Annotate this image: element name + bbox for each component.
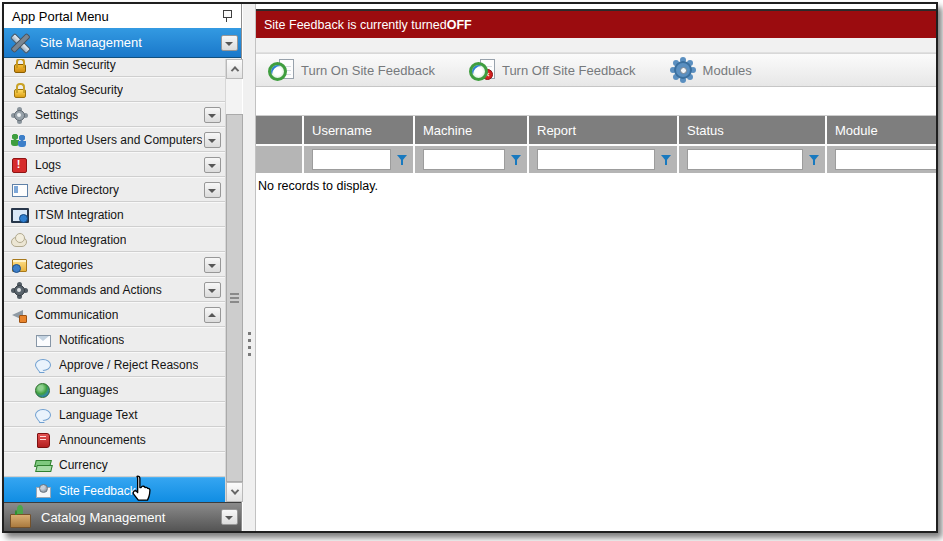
column-header-module[interactable]: Module bbox=[827, 116, 936, 144]
filter-cell-blank bbox=[256, 144, 304, 173]
folder-icon bbox=[10, 256, 28, 273]
chevron-down-icon[interactable] bbox=[221, 35, 238, 51]
cloud-icon bbox=[10, 231, 28, 248]
filter-input-status[interactable] bbox=[687, 149, 803, 170]
section-label: Site Management bbox=[40, 35, 142, 50]
filter-cell-machine bbox=[415, 144, 529, 173]
sidebar-item-label: Admin Security bbox=[35, 59, 116, 72]
filter-cell-status bbox=[679, 144, 827, 173]
sidebar-item-currency[interactable]: Currency bbox=[4, 452, 225, 477]
banner-state: OFF bbox=[447, 18, 472, 32]
clock-on-icon bbox=[268, 58, 295, 82]
tools-icon bbox=[8, 30, 34, 56]
lock-icon bbox=[10, 81, 28, 98]
filter-input-module[interactable] bbox=[835, 149, 936, 170]
sidebar-item-itsm-integration[interactable]: ITSM Integration bbox=[4, 202, 225, 227]
column-header-blank bbox=[256, 116, 304, 144]
column-header-report[interactable]: Report bbox=[529, 116, 679, 144]
column-header-machine[interactable]: Machine bbox=[415, 116, 529, 144]
sidebar-item-site-feedback[interactable]: Site Feedback bbox=[4, 477, 225, 502]
screen: App Portal Menu Site Management Admin Se… bbox=[0, 0, 943, 541]
sidebar-section-site-management[interactable]: Site Management bbox=[4, 28, 241, 58]
chevron-icon[interactable] bbox=[204, 282, 221, 298]
sidebar-item-label: Categories bbox=[35, 258, 93, 272]
sidebar-item-label: Cloud Integration bbox=[35, 233, 126, 247]
lock2-icon bbox=[10, 59, 28, 73]
sidebar-item-approve-reject-reasons[interactable]: Approve / Reject Reasons bbox=[4, 352, 225, 377]
scroll-down-button[interactable] bbox=[226, 482, 243, 502]
chevron-icon[interactable] bbox=[204, 132, 221, 148]
sidebar-scrollbar[interactable] bbox=[225, 59, 242, 502]
gear-blue-icon bbox=[670, 58, 697, 82]
scroll-up-button[interactable] bbox=[226, 59, 243, 79]
sidebar: App Portal Menu Site Management Admin Se… bbox=[4, 4, 242, 531]
chevron-icon[interactable] bbox=[204, 157, 221, 173]
sidebar-item-categories[interactable]: Categories bbox=[4, 252, 225, 277]
filter-input-report[interactable] bbox=[537, 149, 655, 170]
modules-button[interactable]: Modules bbox=[666, 56, 756, 84]
sidebar-item-label: ITSM Integration bbox=[35, 208, 124, 222]
sidebar-item-announcements[interactable]: Announcements bbox=[4, 427, 225, 452]
filter-cell-username bbox=[304, 144, 415, 173]
filter-funnel-icon[interactable] bbox=[510, 153, 523, 167]
sidebar-title: App Portal Menu bbox=[12, 9, 109, 24]
filter-funnel-icon[interactable] bbox=[660, 153, 673, 167]
scrollbar-thumb[interactable] bbox=[226, 114, 243, 482]
red-x-badge-icon: × bbox=[482, 69, 493, 80]
sidebar-item-commands-and-actions[interactable]: Commands and Actions bbox=[4, 277, 225, 302]
sidebar-item-languages[interactable]: Languages bbox=[4, 377, 225, 402]
column-header-status[interactable]: Status bbox=[679, 116, 827, 144]
filter-input-machine[interactable] bbox=[423, 149, 505, 170]
envelope-icon bbox=[34, 331, 52, 348]
main-panel: Site Feedback is currently turned OFF Tu… bbox=[256, 4, 936, 531]
banner-gap bbox=[256, 38, 936, 53]
package-box-icon bbox=[8, 504, 34, 530]
panel-splitter[interactable] bbox=[243, 4, 256, 531]
chevron-icon[interactable] bbox=[204, 182, 221, 198]
filter-input-username[interactable] bbox=[312, 149, 391, 170]
book-icon bbox=[34, 431, 52, 448]
thumb-grip-icon bbox=[230, 297, 239, 299]
gear-icon bbox=[10, 106, 28, 123]
sidebar-item-label: Notifications bbox=[59, 333, 124, 347]
section-label: Catalog Management bbox=[41, 510, 165, 525]
sidebar-item-cloud-integration[interactable]: Cloud Integration bbox=[4, 227, 225, 252]
sidebar-item-language-text[interactable]: Language Text bbox=[4, 402, 225, 427]
pin-icon[interactable] bbox=[221, 8, 233, 24]
chevron-up-icon bbox=[230, 66, 238, 74]
sidebar-item-catalog-security[interactable]: Catalog Security bbox=[4, 77, 225, 102]
sidebar-item-notifications[interactable]: Notifications bbox=[4, 327, 225, 352]
sidebar-item-label: Imported Users and Computers bbox=[35, 133, 202, 147]
toolbar-button-label: Modules bbox=[703, 63, 752, 78]
sidebar-item-active-directory[interactable]: Active Directory bbox=[4, 177, 225, 202]
sidebar-item-settings[interactable]: Settings bbox=[4, 102, 225, 127]
chevron-icon[interactable] bbox=[204, 257, 221, 273]
chevron-icon[interactable] bbox=[204, 307, 221, 323]
filter-funnel-icon[interactable] bbox=[808, 153, 821, 167]
splitter-grip-icon bbox=[248, 332, 251, 335]
sidebar-item-admin-security[interactable]: Admin Security bbox=[4, 59, 225, 77]
log-icon bbox=[10, 156, 28, 173]
chevron-down-icon[interactable] bbox=[221, 509, 238, 525]
sidebar-item-label: Active Directory bbox=[35, 183, 119, 197]
turn-on-site-feedback-button[interactable]: Turn On Site Feedback bbox=[264, 56, 439, 84]
toolbar: Turn On Site Feedback × Turn Off Site Fe… bbox=[256, 53, 936, 87]
sidebar-item-label: Languages bbox=[59, 383, 118, 397]
empty-grid-message: No records to display. bbox=[256, 173, 936, 193]
sidebar-item-label: Site Feedback bbox=[59, 484, 136, 498]
turn-off-site-feedback-button[interactable]: × Turn Off Site Feedback bbox=[465, 56, 640, 84]
grid-filter-row bbox=[256, 144, 936, 173]
sidebar-item-logs[interactable]: Logs bbox=[4, 152, 225, 177]
sidebar-section-catalog-management[interactable]: Catalog Management bbox=[4, 502, 241, 531]
sidebar-item-list: Admin Security Catalog Security Settings… bbox=[4, 59, 225, 502]
bubble-icon bbox=[34, 356, 52, 373]
filter-funnel-icon[interactable] bbox=[396, 153, 409, 167]
sidebar-item-label: Language Text bbox=[59, 408, 138, 422]
geardark-icon bbox=[10, 281, 28, 298]
sidebar-item-imported-users-and-computers[interactable]: Imported Users and Computers bbox=[4, 127, 225, 152]
globe-icon bbox=[34, 381, 52, 398]
sidebar-item-communication[interactable]: Communication bbox=[4, 302, 225, 327]
column-header-username[interactable]: Username bbox=[304, 116, 415, 144]
chevron-icon[interactable] bbox=[204, 107, 221, 123]
itsm-icon bbox=[10, 206, 28, 223]
